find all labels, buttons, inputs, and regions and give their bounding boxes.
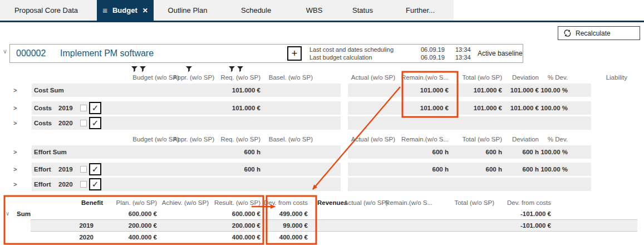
expand-icon[interactable]: > bbox=[13, 101, 17, 115]
refresh-icon bbox=[563, 29, 572, 37]
recalculate-button[interactable]: Recalculate bbox=[558, 26, 640, 40]
collapse-icon[interactable]: ∨ bbox=[6, 208, 9, 219]
tab-further[interactable]: Further... bbox=[406, 0, 434, 21]
cell-rev-dev-from-costs: -101.000 € bbox=[520, 208, 551, 219]
row-year: 2019 bbox=[58, 163, 73, 176]
cell-total: 600 h bbox=[486, 145, 502, 159]
col-header-basel: Basel. (w/o SP) bbox=[269, 136, 313, 143]
row-band bbox=[32, 145, 341, 159]
cell-deviation: 101.000 € bbox=[510, 101, 539, 115]
benefit-header-row: Benefit Plan. (w/o SP) Achiev. (w/o SP) … bbox=[0, 198, 644, 207]
project-collapse-icon[interactable]: ∨ bbox=[3, 48, 7, 55]
table-row-costs-2020: > Costs 2020 ✓ bbox=[0, 116, 644, 130]
project-id: 000002 bbox=[16, 45, 46, 62]
tab-wbs[interactable]: WBS bbox=[304, 0, 325, 21]
table-row-costs-2019: > Costs 2019 ✓ 101.000 € 101.000 € 101.0… bbox=[0, 101, 644, 115]
tab-budget-label: Budget bbox=[112, 6, 137, 14]
row-label: Costs bbox=[34, 101, 52, 115]
tab-proposal-core-data[interactable]: Proposal Core Data bbox=[12, 0, 80, 21]
last-scheduling-date: 06.09.19 bbox=[421, 46, 445, 53]
filter-icon bbox=[229, 66, 235, 72]
close-icon[interactable]: ✕ bbox=[142, 7, 148, 14]
col-header-actual: Actual (w/o SP) bbox=[344, 198, 388, 207]
tab-outline-plan[interactable]: Outline Plan bbox=[167, 0, 208, 21]
col-header-revenues: Revenues bbox=[317, 198, 347, 207]
table-row-benefit-sum: ∨ Sum 600.000 € 600.000 € 499.000 € -101… bbox=[0, 208, 644, 219]
cost-header-row: Budget (w/o SP) Appr. (w/o SP) Req. (w/o… bbox=[0, 74, 644, 82]
row-year: 2019 bbox=[79, 220, 94, 231]
tab-status[interactable]: Status bbox=[352, 0, 373, 21]
tab-schedule[interactable]: Schedule bbox=[241, 0, 270, 21]
row-label: Effort bbox=[34, 178, 51, 191]
small-checkbox[interactable] bbox=[80, 166, 87, 173]
col-header-deviation: Deviation bbox=[512, 74, 539, 81]
col-header-total: Total (w/o SP) bbox=[454, 198, 494, 207]
expand-icon[interactable]: > bbox=[13, 116, 17, 130]
row-label: Sum bbox=[17, 208, 31, 219]
checked-checkbox[interactable]: ✓ bbox=[89, 117, 101, 129]
cell-plan: 200.000 € bbox=[129, 220, 157, 231]
row-year: 2019 bbox=[58, 101, 73, 115]
tab-budget[interactable]: ≡ Budget ✕ bbox=[97, 0, 154, 21]
recalculate-label: Recalculate bbox=[576, 30, 611, 37]
checked-checkbox[interactable]: ✓ bbox=[89, 102, 101, 114]
col-header-result: Result. (w/o SP) bbox=[214, 198, 260, 207]
hamburger-icon[interactable]: ≡ bbox=[102, 6, 107, 14]
col-header-pct-dev: % Dev. bbox=[548, 74, 568, 81]
table-row-effort-2019: > Effort 2019 ✓ 600 h 600 h 600 h 600 h … bbox=[0, 163, 644, 176]
row-year: 2020 bbox=[58, 116, 73, 130]
col-header-req: Req. (w/o SP) bbox=[220, 74, 260, 81]
col-header-pct-dev: % Dev. bbox=[548, 136, 568, 143]
table-row-effort-2020: > Effort 2020 ✓ bbox=[0, 178, 644, 191]
col-header-benefit: Benefit bbox=[81, 198, 103, 207]
filter-icon bbox=[237, 66, 243, 72]
filter-icons-budget[interactable] bbox=[131, 66, 146, 72]
cell-pct-dev: 100.00 % bbox=[540, 163, 568, 176]
cell-remain: 600 h bbox=[432, 163, 449, 176]
col-header-remain: Remain.(w/o S... bbox=[385, 198, 432, 207]
expand-icon[interactable]: > bbox=[13, 163, 17, 176]
filter-icons-req[interactable] bbox=[229, 66, 243, 72]
col-header-remain: Remain.(w/o S... bbox=[401, 136, 449, 143]
expand-icon[interactable]: > bbox=[13, 145, 17, 159]
row-band bbox=[348, 116, 591, 130]
effort-header-row: Budget (w/o SP) Appr. (w/o SP) Req. (w/o… bbox=[0, 136, 644, 144]
table-row-benefit-2019: 2019 200.000 € 200.000 € 99.000 € -101.0… bbox=[0, 220, 644, 231]
small-checkbox[interactable] bbox=[80, 120, 87, 126]
expand-icon[interactable]: > bbox=[13, 178, 17, 191]
add-button[interactable]: + bbox=[287, 46, 302, 61]
cell-result: 600.000 € bbox=[232, 208, 260, 219]
col-header-budget: Budget (w/o SP) bbox=[132, 136, 179, 143]
row-year: 2020 bbox=[79, 232, 94, 243]
active-baseline-label: Active baseline bbox=[478, 45, 523, 62]
cell-total: 101.000 € bbox=[474, 84, 502, 97]
col-header-achiev: Achiev. (w/o SP) bbox=[162, 198, 209, 207]
cell-plan: 600.000 € bbox=[129, 208, 157, 219]
small-checkbox[interactable] bbox=[80, 105, 87, 111]
filter-icon bbox=[140, 66, 146, 72]
row-band bbox=[32, 116, 341, 130]
cell-dev-from-costs: 99.000 € bbox=[283, 220, 308, 231]
filter-icons-appr[interactable] bbox=[186, 66, 192, 72]
cell-result: 400.000 € bbox=[232, 232, 260, 243]
cell-pct-dev: 100.00 % bbox=[540, 101, 568, 115]
expand-icon[interactable]: > bbox=[13, 84, 17, 97]
cell-result: 200.000 € bbox=[232, 220, 260, 231]
row-band bbox=[32, 178, 341, 191]
cell-deviation: 600 h bbox=[523, 163, 539, 176]
cell-req: 101.000 € bbox=[232, 101, 260, 115]
col-header-total: Total (w/o SP) bbox=[462, 136, 502, 143]
col-header-liability: Liability bbox=[606, 74, 627, 81]
col-header-remain: Remain.(w/o S... bbox=[401, 74, 449, 81]
last-budget-calc-date: 06.09.19 bbox=[421, 53, 445, 61]
table-row-cost-sum: > Cost Sum 101.000 € 101.000 € 101.000 €… bbox=[0, 84, 644, 97]
last-scheduling-time: 13:34 bbox=[455, 46, 471, 53]
cell-plan: 400.000 € bbox=[129, 232, 157, 243]
checked-checkbox[interactable]: ✓ bbox=[89, 178, 101, 190]
checked-checkbox[interactable]: ✓ bbox=[89, 163, 101, 175]
small-checkbox[interactable] bbox=[80, 181, 87, 188]
filter-icon bbox=[186, 66, 192, 72]
project-title: Implement PM software bbox=[60, 45, 154, 62]
col-header-dev-from-costs: Dev. from costs bbox=[264, 198, 308, 207]
cell-pct-dev: 100.00 % bbox=[540, 145, 568, 159]
